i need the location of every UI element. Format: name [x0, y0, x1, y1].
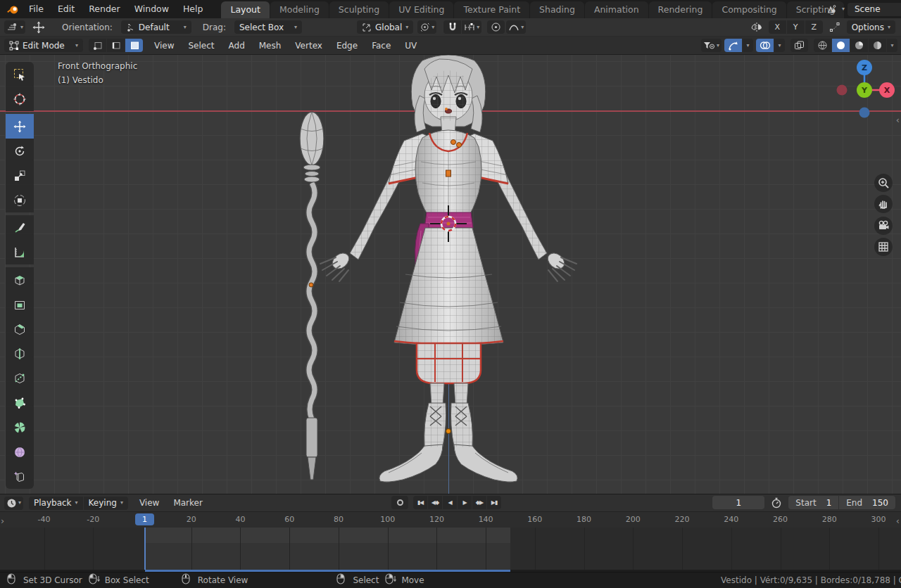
proportional-falloff-dropdown[interactable]: ▾	[506, 20, 526, 34]
viewport-menu-vertex[interactable]: Vertex	[288, 37, 329, 55]
current-frame-badge[interactable]: 1	[135, 513, 154, 525]
pivot-point-dropdown[interactable]: ▾	[417, 20, 436, 34]
playback-dropdown[interactable]: Playback ▾	[29, 497, 83, 510]
workspace-tab-layout[interactable]: Layout	[221, 1, 270, 18]
material-preview-shading-button[interactable]	[850, 39, 868, 52]
next-keyframe-button[interactable]: ◆▶	[472, 496, 486, 509]
mirror-icon[interactable]	[749, 20, 764, 34]
jump-to-start-button[interactable]: ▮◀	[413, 496, 427, 509]
play-reverse-button[interactable]: ◀	[443, 496, 457, 509]
move-tool[interactable]	[6, 114, 34, 139]
smooth-tool[interactable]	[6, 440, 34, 464]
character-mesh[interactable]	[296, 55, 605, 494]
loop-cut-tool[interactable]	[6, 341, 34, 366]
menu-render[interactable]: Render	[82, 0, 127, 18]
workspace-tab-shading[interactable]: Shading	[530, 1, 584, 18]
menu-edit[interactable]: Edit	[51, 0, 82, 18]
rendered-shading-button[interactable]	[869, 39, 886, 52]
viewport-menu-select[interactable]: Select	[181, 37, 221, 55]
end-frame-field[interactable]: End 150	[839, 496, 895, 509]
timeline-expand-arrow[interactable]: ›	[1, 516, 4, 525]
sidebar-collapse-arrow[interactable]: ‹	[896, 115, 900, 124]
inset-faces-tool[interactable]	[6, 292, 34, 317]
orientation-dropdown[interactable]: Default ▾	[121, 20, 191, 34]
workspace-tab-rendering[interactable]: Rendering	[649, 1, 712, 18]
blender-logo-icon[interactable]	[6, 3, 19, 15]
workspace-tab-animation[interactable]: Animation	[585, 1, 648, 18]
scene-name-field[interactable]: Scene	[848, 3, 901, 16]
workspace-tab-compositing[interactable]: Compositing	[712, 1, 786, 18]
show-object-types-dropdown[interactable]: ▾	[701, 39, 722, 52]
menu-file[interactable]: File	[22, 0, 51, 18]
record-button[interactable]	[391, 496, 408, 509]
viewport-menu-view[interactable]: View	[147, 37, 181, 55]
cursor-tool[interactable]	[6, 87, 34, 111]
viewport-menu-edge[interactable]: Edge	[329, 37, 365, 55]
menu-window[interactable]: Window	[127, 0, 176, 18]
rotate-tool[interactable]	[6, 139, 34, 163]
transform-tool[interactable]	[6, 188, 34, 212]
prev-keyframe-button[interactable]: ◀◆	[428, 496, 442, 509]
viewport-menu-face[interactable]: Face	[365, 37, 398, 55]
viewport-3d[interactable]: Z Y X Front Orthographic (1) Vestido	[0, 55, 901, 494]
viewport-menu-mesh[interactable]: Mesh	[252, 37, 289, 55]
keying-dropdown[interactable]: Keying ▾	[84, 497, 128, 510]
poly-build-tool[interactable]	[6, 390, 34, 415]
viewport-menu-add[interactable]: Add	[222, 37, 252, 55]
vertex-select-button[interactable]	[89, 39, 106, 52]
gizmo-axis-neg-x[interactable]	[837, 85, 848, 96]
preview-range-stopwatch-icon[interactable]	[769, 496, 784, 509]
solid-shading-button[interactable]	[832, 39, 850, 52]
show-overlays-button[interactable]	[756, 39, 774, 52]
snap-toggle-button[interactable]	[443, 20, 461, 34]
zoom-button[interactable]	[874, 174, 893, 192]
timeline-view-menu[interactable]: View	[132, 494, 166, 512]
workspace-tab-modeling[interactable]: Modeling	[270, 1, 329, 18]
rip-region-tool[interactable]	[6, 464, 34, 489]
mirror-z-button[interactable]: Z	[805, 20, 823, 34]
mirror-x-button[interactable]: X	[769, 20, 786, 34]
snap-settings-dropdown[interactable]: ▾	[462, 20, 481, 34]
scale-tool[interactable]	[6, 163, 34, 188]
timeline-editor-type-button[interactable]: ▾	[4, 497, 23, 510]
spin-tool[interactable]	[6, 415, 34, 440]
orthographic-toggle-button[interactable]	[874, 238, 893, 256]
gizmo-settings-dropdown[interactable]: ▾	[743, 39, 753, 52]
play-button[interactable]: ▶	[458, 496, 472, 509]
pan-hand-button[interactable]	[874, 195, 893, 213]
workspace-tab-sculpting[interactable]: Sculpting	[329, 1, 389, 18]
face-select-button[interactable]	[125, 39, 143, 52]
current-frame-field[interactable]: 1	[712, 496, 764, 509]
navigation-gizmo[interactable]: Z Y X	[837, 60, 895, 118]
select-box-tool[interactable]	[6, 62, 34, 87]
timeline-tracks[interactable]	[0, 528, 901, 570]
camera-view-button[interactable]	[874, 217, 893, 235]
editor-type-button[interactable]: ▾	[4, 20, 25, 34]
options-dropdown[interactable]: Options ▾	[847, 20, 895, 34]
bevel-tool[interactable]	[6, 317, 34, 341]
extrude-region-tool[interactable]	[6, 267, 34, 292]
mode-dropdown[interactable]: Edit Mode ▾	[4, 39, 83, 52]
proportional-editing-button[interactable]	[487, 20, 505, 34]
overlays-settings-dropdown[interactable]: ▾	[774, 39, 785, 52]
shading-settings-dropdown[interactable]: ▾	[887, 39, 897, 52]
gizmo-axis-neg-z[interactable]	[859, 108, 870, 118]
knife-tool[interactable]	[6, 366, 34, 390]
workspace-tab-texture-paint[interactable]: Texture Paint	[454, 1, 529, 18]
timeline-collapse-arrow[interactable]: ‹	[896, 516, 900, 525]
snap-path-icon[interactable]	[827, 20, 843, 34]
show-gizmo-button[interactable]	[724, 39, 742, 52]
menu-help[interactable]: Help	[176, 0, 210, 18]
annotate-tool[interactable]	[6, 215, 34, 240]
staff-object[interactable]	[300, 112, 324, 480]
start-frame-field[interactable]: Start 1	[788, 496, 838, 509]
timeline-marker-menu[interactable]: Marker	[166, 494, 209, 512]
viewport-menu-uv[interactable]: UV	[398, 37, 424, 55]
edge-select-button[interactable]	[107, 39, 125, 52]
jump-to-end-button[interactable]: ▶▮	[487, 496, 501, 509]
xray-toggle-button[interactable]	[790, 39, 808, 52]
playhead[interactable]	[144, 528, 146, 570]
drag-dropdown[interactable]: Select Box ▾	[234, 20, 302, 34]
measure-tool[interactable]	[6, 240, 34, 264]
chevron-down-icon[interactable]: ▾	[842, 6, 845, 12]
